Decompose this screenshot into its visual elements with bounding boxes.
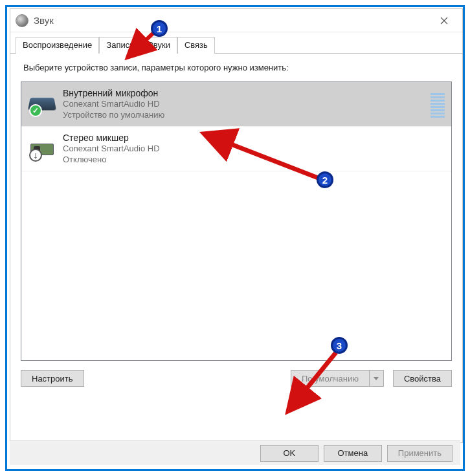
device-status: Устройство по умолчанию bbox=[63, 110, 425, 121]
sound-settings-window: Звук Воспроизведение Запись Звуки Связь … bbox=[10, 8, 463, 443]
svg-line-9 bbox=[291, 352, 336, 408]
annotation-2-arrow bbox=[201, 126, 331, 191]
apply-button[interactable]: Применить bbox=[387, 445, 453, 462]
annotation-3-arrow bbox=[284, 349, 349, 420]
microphone-icon: ✓ bbox=[28, 90, 56, 118]
device-list: ✓ Внутренний микрофон Conexant SmartAudi… bbox=[21, 81, 452, 361]
device-name: Внутренний микрофон bbox=[63, 87, 425, 99]
soundcard-icon: ↓ bbox=[28, 135, 56, 163]
annotation-1: 1 bbox=[151, 20, 168, 37]
cancel-button[interactable]: Отмена bbox=[324, 445, 382, 462]
window-title: Звук bbox=[34, 15, 431, 26]
close-icon bbox=[440, 17, 448, 25]
instruction-text: Выберите устройство записи, параметры ко… bbox=[23, 63, 449, 72]
ok-button[interactable]: OK bbox=[260, 445, 319, 462]
configure-button[interactable]: Настроить bbox=[21, 370, 84, 387]
properties-button[interactable]: Свойства bbox=[393, 370, 452, 387]
tab-playback[interactable]: Воспроизведение bbox=[16, 37, 99, 54]
chevron-down-icon bbox=[374, 376, 379, 381]
close-button[interactable] bbox=[431, 11, 457, 30]
svg-line-4 bbox=[130, 32, 155, 55]
dialog-footer: OK Отмена Применить bbox=[10, 440, 460, 465]
annotation-3: 3 bbox=[331, 337, 348, 354]
svg-line-7 bbox=[208, 135, 318, 178]
svg-marker-2 bbox=[374, 377, 379, 380]
titlebar: Звук bbox=[10, 9, 462, 32]
tab-strip: Воспроизведение Запись Звуки Связь bbox=[10, 32, 462, 54]
annotation-2: 2 bbox=[317, 171, 333, 188]
set-default-dropdown[interactable] bbox=[370, 370, 384, 387]
level-meter bbox=[431, 91, 445, 118]
device-driver: Conexant SmartAudio HD bbox=[63, 99, 425, 110]
speaker-icon bbox=[16, 14, 28, 27]
tab-communications[interactable]: Связь bbox=[177, 37, 215, 54]
device-row-internal-mic[interactable]: ✓ Внутренний микрофон Conexant SmartAudi… bbox=[21, 82, 451, 127]
